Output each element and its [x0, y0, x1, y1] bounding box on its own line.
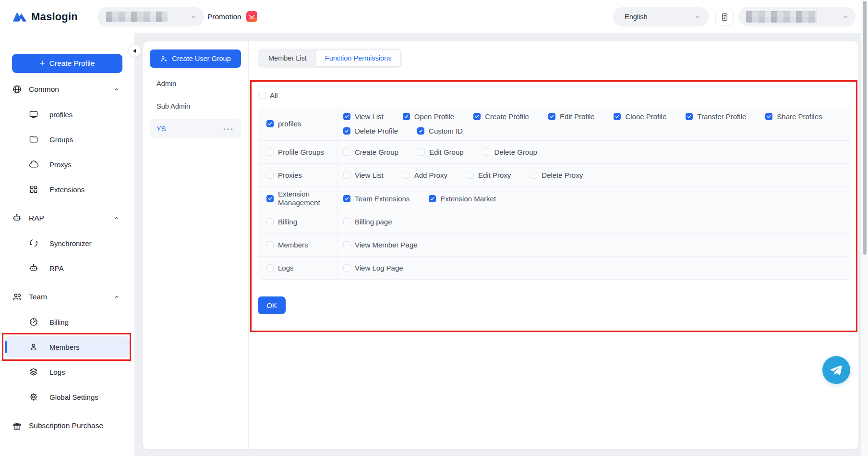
- permission-checkbox-delete-proxy[interactable]: [530, 172, 537, 179]
- category-checkbox-profile-groups[interactable]: [266, 148, 274, 156]
- permission-label: Share Profiles: [777, 112, 822, 121]
- create-user-group-button[interactable]: Create User Group: [150, 49, 241, 68]
- category-checkbox-proxies[interactable]: [266, 172, 274, 179]
- permission-checkbox-view-list[interactable]: [343, 113, 350, 120]
- sidebar-item-groups[interactable]: Groups: [0, 127, 134, 152]
- permission-item-edit-proxy: Edit Proxy: [467, 171, 511, 179]
- tab-member-list[interactable]: Member List: [259, 50, 316, 66]
- permission-checkbox-delete-group[interactable]: [483, 148, 490, 156]
- category-checkbox-profiles[interactable]: [266, 120, 274, 127]
- docs-button[interactable]: [715, 8, 734, 26]
- group-item-admin[interactable]: Admin: [150, 74, 241, 93]
- page-scrollbar-thumb[interactable]: [863, 1, 867, 255]
- permission-checkbox-delete-profile[interactable]: [343, 127, 350, 135]
- category-checkbox-extension-management[interactable]: [266, 195, 274, 202]
- permission-checkbox-create-group[interactable]: [343, 148, 350, 156]
- group-item-ys[interactable]: YS ···: [150, 119, 241, 138]
- permission-category-profile-groups: Profile Groups: [258, 141, 338, 163]
- permission-checkbox-add-proxy[interactable]: [403, 172, 410, 179]
- permission-checkbox-edit-profile[interactable]: [548, 113, 555, 120]
- permission-category-proxies: Proxies: [258, 164, 338, 186]
- promotion-link[interactable]: Promotion: [207, 0, 257, 33]
- permission-label: Edit Profile: [560, 112, 595, 121]
- chevron-up-icon[interactable]: [114, 294, 120, 300]
- permission-category-billing: Billing: [258, 210, 338, 233]
- monitor-icon: [29, 110, 38, 119]
- permission-options-profile-groups: Create Group Edit Group Delete Group: [338, 141, 851, 163]
- category-label: Proxies: [278, 171, 302, 180]
- permission-checkbox-edit-proxy[interactable]: [467, 172, 474, 179]
- permission-checkbox-billing-page[interactable]: [343, 218, 350, 225]
- permission-category-profiles: profiles: [258, 107, 338, 140]
- ok-button[interactable]: OK: [258, 296, 286, 314]
- sidebar-item-label: Groups: [49, 136, 73, 144]
- chevron-down-icon: [695, 14, 700, 20]
- sidebar-item-label: Subscription Purchase: [29, 421, 103, 430]
- language-selector[interactable]: English: [613, 7, 709, 26]
- permission-checkbox-view-member-page[interactable]: [343, 241, 350, 248]
- robot-icon: [29, 263, 38, 273]
- sidebar-item-global-settings[interactable]: Global Settings: [0, 384, 134, 409]
- chevron-up-icon[interactable]: [114, 215, 120, 221]
- permission-checkbox-edit-group[interactable]: [418, 148, 425, 156]
- sync-icon: [29, 238, 38, 248]
- permission-checkbox-open-profile[interactable]: [403, 113, 410, 120]
- telegram-button[interactable]: [822, 356, 850, 384]
- grid-icon: [29, 185, 38, 194]
- permission-options-members: View Member Page: [338, 234, 851, 256]
- person-icon: [29, 342, 38, 352]
- sidebar-item-extensions[interactable]: Extensions: [0, 177, 134, 202]
- collapse-arrow-icon: [133, 49, 136, 53]
- category-checkbox-members[interactable]: [266, 241, 274, 248]
- workspace-selector[interactable]: [97, 7, 204, 26]
- category-checkbox-logs[interactable]: [266, 264, 274, 271]
- permission-checkbox-view-list[interactable]: [343, 172, 350, 179]
- permission-checkbox-transfer-profile[interactable]: [686, 113, 693, 120]
- sidebar-item-label: Members: [49, 343, 80, 351]
- plus-icon: +: [40, 59, 45, 68]
- gauge-icon: [29, 317, 38, 327]
- sidebar-item-members[interactable]: Members: [0, 334, 134, 359]
- permission-options-proxies: View List Add Proxy Edit Proxy Delete Pr…: [338, 164, 851, 186]
- permission-checkbox-clone-profile[interactable]: [614, 113, 621, 120]
- sidebar-item-synchronizer[interactable]: Synchronizer: [0, 231, 134, 256]
- sidebar-item-proxys[interactable]: Proxys: [0, 152, 134, 177]
- page-scrollbar-track[interactable]: [861, 0, 868, 456]
- chevron-up-icon[interactable]: [114, 86, 120, 92]
- globe-icon: [12, 85, 22, 95]
- permission-row-members: Members View Member Page: [258, 234, 851, 257]
- promotion-envelope-icon: [246, 11, 257, 22]
- permission-checkbox-create-profile[interactable]: [473, 113, 481, 120]
- sidebar-item-logs[interactable]: Logs: [0, 359, 134, 384]
- permission-checkbox-team-extensions[interactable]: [343, 195, 350, 202]
- permission-label: Edit Group: [429, 148, 464, 156]
- sidebar-item-subscription-purchase[interactable]: Subscription Purchase: [0, 413, 134, 438]
- permission-checkbox-custom-id[interactable]: [417, 127, 424, 135]
- permission-checkbox-share-profiles[interactable]: [765, 113, 772, 120]
- account-selector[interactable]: [738, 7, 856, 26]
- sidebar-section-team[interactable]: Team: [0, 284, 134, 309]
- permission-checkbox-view-log-page[interactable]: [343, 264, 350, 271]
- select-all-checkbox[interactable]: [258, 92, 265, 99]
- sidebar-item-rpa[interactable]: RPA: [0, 256, 134, 281]
- group-item-sub-admin[interactable]: Sub Admin: [150, 97, 241, 116]
- select-all-row: All: [258, 91, 278, 99]
- group-more-icon[interactable]: ···: [223, 125, 234, 133]
- permission-item-delete-profile: Delete Profile: [343, 127, 398, 135]
- gift-icon: [12, 421, 22, 431]
- sidebar-item-profiles[interactable]: profiles: [0, 102, 134, 127]
- sidebar-collapse-button[interactable]: [128, 44, 141, 57]
- left-sidebar: + Create Profile Common profiles Groups …: [0, 33, 134, 456]
- create-profile-button[interactable]: + Create Profile: [12, 54, 122, 73]
- category-checkbox-billing[interactable]: [266, 218, 274, 225]
- permission-row-logs: Logs View Log Page: [258, 257, 851, 280]
- permission-label: View Log Page: [355, 264, 403, 272]
- tab-function-permissions[interactable]: Function Permissions: [316, 50, 401, 66]
- sidebar-section-common[interactable]: Common: [0, 77, 134, 102]
- permission-item-add-proxy: Add Proxy: [403, 171, 447, 179]
- sidebar-section-rap[interactable]: RAP: [0, 206, 134, 231]
- permission-label: Billing page: [355, 218, 392, 226]
- permission-checkbox-extension-market[interactable]: [429, 195, 436, 202]
- permission-label: Edit Proxy: [478, 171, 511, 179]
- sidebar-item-billing[interactable]: Billing: [0, 309, 134, 334]
